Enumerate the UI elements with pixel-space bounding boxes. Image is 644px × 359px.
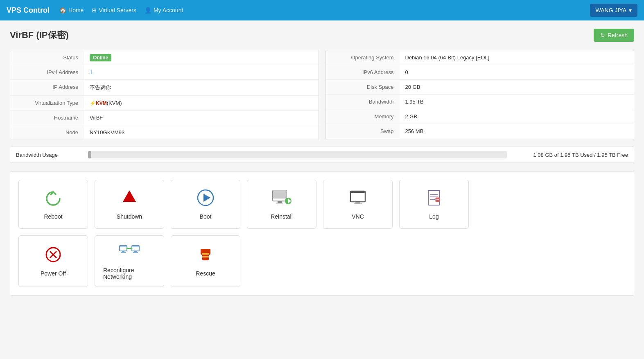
info-row-virt: Virtualization Type ⚡KVM(KVM) (10, 96, 319, 111)
label-hostname: Hostname (10, 111, 84, 125)
reinstall-button[interactable]: Reinstall (247, 180, 316, 229)
label-ipv6: IPv6 Address (326, 65, 400, 79)
label-virt: Virtualization Type (10, 96, 84, 110)
value-swap: 256 MB (400, 124, 634, 138)
boot-button[interactable]: Boot (171, 180, 240, 229)
svg-rect-25 (121, 252, 126, 253)
svg-rect-12 (354, 203, 362, 204)
svg-rect-10 (350, 191, 365, 193)
grid-icon: ⊞ (92, 7, 97, 14)
label-ip: IP Address (10, 80, 84, 95)
bandwidth-used-text: 1.08 GB of 1.95 TB Used / 1.95 TB Free (513, 152, 628, 158)
main-content: VirBF (IP保密) ↻ Refresh Status Online IPv… (0, 20, 644, 304)
network-label: Reconfigure Networking (103, 267, 156, 280)
label-os: Operating System (326, 50, 400, 65)
svg-rect-28 (134, 251, 137, 252)
label-node: Node (10, 125, 84, 140)
log-button[interactable]: Log (399, 180, 469, 229)
page-title: VirBF (IP保密) (10, 29, 69, 41)
shutdown-icon (120, 189, 138, 209)
reboot-label: Reboot (44, 213, 62, 220)
bandwidth-bar (88, 151, 91, 158)
poweroff-icon (44, 246, 62, 266)
value-status: Online (84, 50, 319, 65)
home-icon: 🏠 (59, 7, 66, 14)
vnc-icon (349, 189, 367, 209)
info-table-left: Status Online IPv4 Address 1 IP Address … (10, 50, 319, 140)
label-status: Status (10, 50, 84, 65)
log-label: Log (429, 213, 438, 220)
info-row-bw: Bandwidth 1.95 TB (326, 95, 634, 109)
value-node: NY10GKVM93 (84, 125, 319, 140)
svg-rect-4 (273, 190, 287, 199)
svg-rect-24 (122, 251, 124, 252)
user-icon: 👤 (145, 7, 151, 14)
info-row-ip: IP Address 不告诉你 (10, 80, 319, 96)
info-row-node: Node NY10GKVM93 (10, 125, 319, 140)
value-hostname: VirBF (84, 111, 319, 125)
refresh-button[interactable]: ↻ Refresh (594, 29, 634, 42)
info-table-right: Operating System Debian 16.04 (64-Bit) L… (325, 50, 635, 140)
label-bw: Bandwidth (326, 95, 400, 109)
network-icon (119, 242, 140, 263)
navbar-links: 🏠 Home ⊞ Virtual Servers 👤 My Account (59, 7, 590, 14)
rescue-icon (197, 246, 215, 266)
value-ipv4: 1 (84, 65, 319, 79)
reboot-button[interactable]: Reboot (18, 180, 88, 229)
network-button[interactable]: Reconfigure Networking (95, 235, 164, 287)
bandwidth-bar-container (88, 151, 507, 158)
value-ip: 不告诉你 (84, 80, 319, 95)
info-row-ipv6: IPv6 Address 0 (326, 65, 634, 80)
action-row-1: Reboot Shutdown Boot (18, 180, 626, 229)
value-ipv6: 0 (400, 65, 634, 79)
svg-rect-23 (120, 246, 127, 247)
value-disk: 20 GB (400, 80, 634, 94)
caret-down-icon: ▾ (629, 7, 632, 14)
bandwidth-label: Bandwidth Usage (16, 152, 81, 158)
value-os: Debian 16.04 (64-Bit) Legacy [EOL] (400, 50, 634, 65)
log-icon (425, 189, 443, 209)
svg-rect-6 (276, 203, 283, 203)
action-row-2: Power Off (18, 235, 626, 287)
label-ipv4: IPv4 Address (10, 65, 84, 79)
value-mem: 2 GB (400, 109, 634, 124)
server-info-section: Status Online IPv4 Address 1 IP Address … (10, 50, 634, 140)
refresh-icon: ↻ (600, 32, 605, 38)
nav-home[interactable]: 🏠 Home (59, 7, 84, 14)
reboot-icon (44, 189, 62, 209)
poweroff-button[interactable]: Power Off (18, 235, 88, 287)
svg-rect-37 (202, 253, 209, 255)
value-bw: 1.95 TB (400, 95, 634, 109)
actions-section: Reboot Shutdown Boot (10, 171, 634, 296)
svg-marker-0 (123, 190, 136, 202)
info-row-ipv4: IPv4 Address 1 (10, 65, 319, 80)
svg-rect-5 (278, 201, 282, 203)
value-virt: ⚡KVM(KVM) (84, 96, 319, 110)
navbar-brand: VPS Control (7, 6, 50, 15)
label-swap: Swap (326, 124, 400, 138)
svg-rect-11 (355, 202, 360, 203)
boot-icon (197, 189, 215, 209)
reinstall-label: Reinstall (271, 213, 293, 220)
svg-rect-29 (133, 252, 138, 253)
svg-marker-2 (203, 194, 210, 202)
rescue-button[interactable]: Rescue (171, 235, 240, 287)
info-row-status: Status Online (10, 50, 319, 65)
page-header: VirBF (IP保密) ↻ Refresh (10, 29, 634, 42)
status-badge: Online (90, 54, 111, 61)
boot-label: Boot (200, 213, 212, 220)
shutdown-button[interactable]: Shutdown (95, 180, 164, 229)
user-menu[interactable]: WANG JIYA ▾ (590, 4, 637, 17)
nav-virtual-servers[interactable]: ⊞ Virtual Servers (92, 7, 136, 14)
info-row-disk: Disk Space 20 GB (326, 80, 634, 95)
navbar: VPS Control 🏠 Home ⊞ Virtual Servers 👤 M… (0, 0, 644, 20)
poweroff-label: Power Off (41, 270, 66, 277)
nav-my-account[interactable]: 👤 My Account (145, 7, 183, 14)
svg-rect-38 (202, 256, 209, 257)
label-mem: Memory (326, 109, 400, 124)
vnc-button[interactable]: VNC (323, 180, 393, 229)
info-row-os: Operating System Debian 16.04 (64-Bit) L… (326, 50, 634, 65)
svg-rect-27 (132, 246, 139, 247)
vnc-label: VNC (352, 213, 364, 220)
reinstall-icon (272, 189, 291, 209)
